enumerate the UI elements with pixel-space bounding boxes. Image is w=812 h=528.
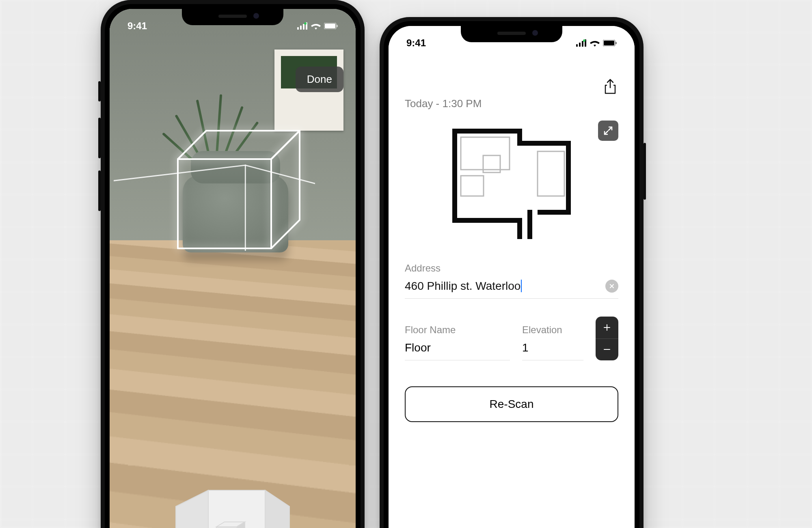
ar-chair (183, 175, 288, 252)
mini-3d-model-preview (160, 466, 306, 528)
elevation-input[interactable] (522, 339, 583, 360)
side-button (644, 143, 646, 200)
svg-marker-2 (176, 490, 208, 528)
elevation-label: Elevation (522, 324, 583, 336)
svg-rect-12 (303, 24, 304, 30)
address-input[interactable]: 460 Phillip st. Waterloo (405, 280, 522, 293)
status-bar: 9:41 (389, 35, 635, 51)
clear-address-button[interactable] (605, 280, 618, 293)
status-bar: 9:41 (110, 18, 356, 34)
cellular-icon (576, 39, 587, 47)
svg-rect-11 (300, 26, 302, 30)
svg-rect-16 (325, 24, 335, 28)
floor-name-input[interactable] (405, 339, 510, 360)
phone-scan-detail: 9:41 (380, 17, 644, 528)
address-label: Address (405, 263, 618, 274)
svg-rect-25 (615, 42, 617, 44)
svg-rect-26 (461, 137, 510, 170)
floor-name-label: Floor Name (405, 324, 510, 336)
scan-timestamp: Today - 1:30 PM (405, 97, 618, 110)
expand-button[interactable] (598, 121, 618, 141)
share-button[interactable] (602, 79, 618, 95)
scan-detail-screen: Today - 1:30 PM (389, 26, 635, 528)
svg-rect-28 (538, 151, 564, 196)
rescan-button[interactable]: Re-Scan (405, 386, 618, 422)
status-icons (297, 22, 338, 30)
svg-rect-24 (604, 41, 614, 45)
expand-icon (603, 126, 613, 136)
floorplan-svg (438, 119, 585, 241)
clear-icon (609, 283, 615, 289)
status-icons (576, 39, 617, 47)
done-button[interactable]: Done (296, 67, 343, 92)
cellular-icon (297, 22, 308, 30)
battery-icon (324, 23, 338, 29)
svg-rect-29 (461, 176, 484, 196)
svg-rect-20 (582, 41, 583, 47)
floorplan-preview[interactable] (405, 119, 618, 245)
wifi-icon (590, 39, 600, 47)
plus-icon (603, 323, 611, 332)
volume-button (98, 170, 101, 211)
battery-icon (603, 40, 617, 46)
elevation-increment-button[interactable] (596, 317, 618, 338)
elevation-stepper (596, 317, 618, 360)
minus-icon (603, 345, 611, 354)
svg-rect-19 (579, 43, 581, 47)
svg-rect-17 (337, 25, 338, 27)
volume-button (98, 118, 101, 158)
share-icon (603, 79, 617, 95)
svg-point-14 (304, 22, 307, 25)
status-time: 9:41 (406, 37, 426, 49)
svg-marker-4 (265, 490, 289, 528)
phone-ar-capture: 9:41 Done (101, 0, 365, 528)
wifi-icon (311, 22, 321, 30)
volume-button (98, 81, 101, 101)
svg-rect-18 (576, 44, 578, 47)
elevation-decrement-button[interactable] (596, 339, 618, 361)
svg-rect-10 (297, 27, 299, 30)
svg-point-22 (583, 39, 585, 42)
status-time: 9:41 (127, 20, 147, 32)
